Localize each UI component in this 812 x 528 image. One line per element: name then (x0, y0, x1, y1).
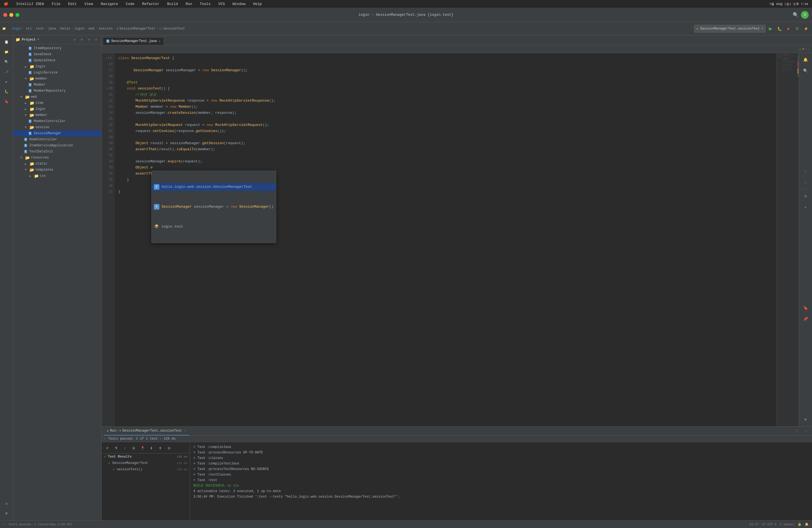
menu-navigate[interactable]: Navigate (99, 1, 120, 6)
code-editor[interactable]: class SessionManagerTest { SessionManage… (115, 53, 777, 426)
tree-item-savecheck[interactable]: C SaveCheck (13, 52, 101, 57)
bc-test[interactable]: test (36, 27, 44, 31)
chevron-down-icon2[interactable]: ↓ (808, 47, 810, 51)
tree-item-itemserviceapp[interactable]: C ItemServiceApplication (13, 143, 101, 149)
tree-item-itemrepository[interactable]: C ItemRepository (13, 45, 101, 52)
left-icon-terminal[interactable]: ⊞ (2, 499, 11, 508)
bc-hello[interactable]: hello (60, 27, 70, 31)
tree-item-login-folder2[interactable]: ▶ 📁 login (13, 106, 101, 112)
left-icon-run[interactable]: ▶ (2, 77, 11, 86)
run-config-selector[interactable]: ▶ SessionManagerTest.sessionTest ▼ (694, 25, 766, 33)
bc-login2[interactable]: login (74, 27, 84, 31)
test-sort-button[interactable]: ↕ (121, 444, 129, 452)
ac-item-2[interactable]: C SessionManager sessionManager = new Se… (151, 203, 276, 211)
menu-intellij[interactable]: IntelliJ IDEA (14, 1, 46, 6)
run-button[interactable]: ▶ (767, 25, 774, 33)
tree-item-login-folder[interactable]: ▶ 📁 login (13, 63, 101, 70)
tree-item-sessionmanager[interactable]: C SessionManager (13, 130, 101, 136)
tree-item-css[interactable]: ▶ 📁 css (13, 173, 101, 179)
ac-item-3[interactable]: 📦 login.test (151, 223, 276, 231)
tree-item-resources[interactable]: ▼ 📂 resources (13, 155, 101, 161)
tree-item-item-folder[interactable]: ▶ 📁 item (13, 100, 101, 106)
apple-menu[interactable]: 🍎 (2, 1, 10, 6)
tree-item-testdatainit[interactable]: C TestDataInit (13, 149, 101, 155)
tree-item-member-folder2[interactable]: ▼ 📂 member (13, 112, 101, 118)
menu-run[interactable]: Run (184, 1, 193, 6)
test-result-sessionmanagertest[interactable]: ✓ SessionManagerTest 126 ms (102, 460, 190, 466)
menu-window[interactable]: Window (231, 1, 247, 6)
test-scroll-button[interactable]: ⬇ (147, 444, 155, 452)
run-tab-close[interactable]: ✕ (184, 429, 186, 432)
tree-item-web-folder[interactable]: ▼ 📂 web (13, 94, 101, 100)
left-icon-structure[interactable]: 📋 (2, 38, 11, 46)
search-icon[interactable]: 🔍 (793, 12, 799, 18)
bottom-toolbar-more[interactable]: ⋮ (793, 427, 801, 435)
tree-item-updatecheck[interactable]: C UpdateCheck (13, 57, 101, 63)
left-icon-git[interactable]: ⎇ (2, 68, 11, 76)
right-icon-close[interactable]: ✕ (801, 203, 810, 211)
menu-help[interactable]: Help (251, 1, 263, 6)
bottom-toolbar-close[interactable]: − (802, 427, 810, 435)
right-icon-notifications[interactable]: 🔔 (801, 55, 810, 64)
bc-file[interactable]: C SessionManagerTest (117, 27, 155, 31)
bc-java[interactable]: java (48, 27, 56, 31)
tree-item-loginservice[interactable]: C LoginService (13, 70, 101, 76)
menu-refactor[interactable]: Refactor (141, 1, 161, 6)
left-icon-bookmark[interactable]: 🔖 (2, 97, 11, 106)
menu-build[interactable]: Build (165, 1, 179, 6)
project-icon[interactable]: 📁 (2, 27, 6, 30)
sidebar-expand-icon[interactable]: ⊕ (79, 37, 85, 43)
right-icon-scroll-down[interactable]: ↓ (801, 178, 810, 187)
menu-edit[interactable]: Edit (67, 1, 78, 6)
menu-file[interactable]: File (50, 1, 62, 6)
right-icon-settings[interactable]: ⚙ (801, 192, 810, 201)
test-filter-button[interactable]: ⚗ (112, 444, 120, 452)
left-icon-search[interactable]: 🔍 (2, 57, 11, 66)
menu-code[interactable]: Code (124, 1, 136, 6)
bc-session[interactable]: session (99, 27, 112, 31)
profile-button[interactable]: ⚡ (802, 25, 810, 33)
test-output[interactable]: > Task :compileJava > Task :processResou… (190, 442, 812, 520)
coverage-button[interactable]: ☰ (793, 25, 801, 33)
tree-item-memberrepository[interactable]: C MemberRepository (13, 88, 101, 94)
tab-close-icon[interactable]: ✕ (159, 40, 160, 43)
right-icon-bottom[interactable]: ▼ (801, 415, 810, 424)
left-icon-project[interactable]: 📁 (2, 47, 11, 56)
menu-vcs[interactable]: VCS (217, 1, 227, 6)
tree-item-static[interactable]: ▶ 📁 static (13, 161, 101, 167)
avatar[interactable]: U (801, 11, 809, 19)
minimize-button[interactable] (10, 13, 13, 17)
tree-item-member[interactable]: C Member (13, 82, 101, 88)
chevron-up-icon[interactable]: ↑ (805, 47, 807, 51)
test-results-header[interactable]: ✓ Test Results 126 ms (102, 453, 190, 460)
left-icon-debug[interactable]: 🐛 (2, 87, 11, 96)
right-icon-scroll-up[interactable]: ↑ (801, 167, 810, 176)
bc-login[interactable]: login (12, 27, 21, 31)
tree-item-homecontroller[interactable]: C HomeController (13, 136, 101, 143)
tree-item-member-folder[interactable]: ▼ 📂 member (13, 76, 101, 82)
sidebar-gear-icon[interactable]: ≡ (93, 37, 99, 43)
editor-tab-sessionmanager[interactable]: C SessionManagerTest.java ✕ (103, 37, 164, 45)
test-expand-button[interactable]: ⊞ (130, 444, 137, 452)
tree-item-templates[interactable]: ▼ 📂 templates (13, 167, 101, 173)
test-rerun-button[interactable]: ↺ (103, 444, 111, 452)
ac-item-1[interactable]: C hello.login.web.session.SessionManager… (151, 183, 276, 191)
test-track-button[interactable]: 📍 (139, 444, 146, 452)
tree-item-session-folder[interactable]: ▼ 📂 session (13, 124, 101, 130)
bc-web[interactable]: web (89, 27, 95, 31)
bc-src[interactable]: src (26, 27, 32, 31)
test-settings-button[interactable]: ⚙ (165, 444, 173, 452)
right-icon-bookmark[interactable]: 🔖 (801, 304, 810, 312)
right-icon-pin[interactable]: 📌 (801, 314, 810, 323)
maximize-button[interactable] (15, 13, 19, 17)
test-up-button[interactable]: ⬆ (156, 444, 164, 452)
run-tab[interactable]: ▶ Run: ● SessionManagerTest.sessionTest … (104, 427, 189, 436)
stop-button[interactable]: ■ (784, 25, 792, 33)
bc-method[interactable]: ⬡ sessionTest (159, 27, 185, 31)
sidebar-settings-icon[interactable]: ⚙ (72, 37, 77, 43)
left-icon-bottom[interactable]: ▼ (2, 509, 11, 518)
menu-tools[interactable]: Tools (198, 1, 213, 6)
menu-view[interactable]: View (83, 1, 95, 6)
tree-item-membercontroller[interactable]: C MemberController (13, 118, 101, 124)
right-icon-inspect[interactable]: 🔍 (801, 66, 810, 75)
